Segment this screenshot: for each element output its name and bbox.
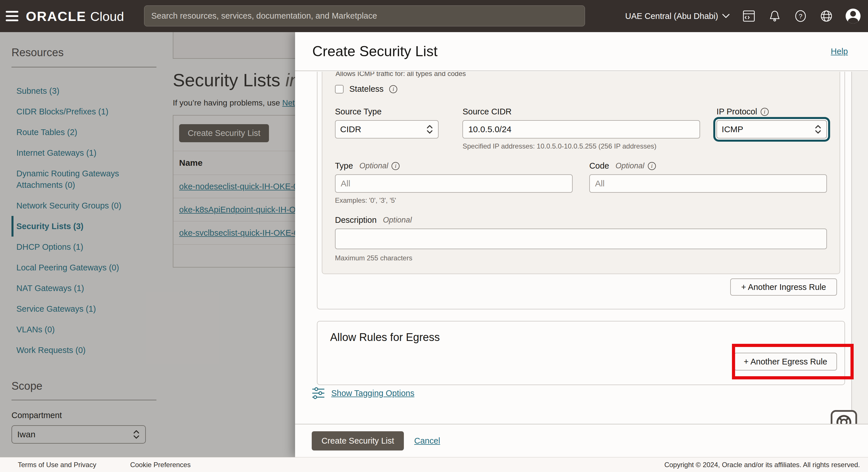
code-label: Code	[589, 161, 609, 171]
notifications-bell-icon[interactable]	[768, 9, 781, 23]
drawer-footer: Create Security List Cancel	[295, 424, 868, 457]
type-examples-text: Examples: '0', '3', '5'	[335, 196, 572, 204]
global-search-input[interactable]	[144, 5, 585, 26]
optional-tag: Optional	[615, 162, 644, 170]
info-icon[interactable]: i	[761, 108, 769, 116]
stepper-icon	[426, 124, 433, 134]
brand-cloud: Cloud	[90, 9, 124, 24]
user-avatar[interactable]	[846, 9, 861, 24]
tagging-row: Show Tagging Options	[312, 386, 414, 400]
drawer-header: Create Security List Help	[295, 32, 868, 71]
oracle-cloud-logo: ORACLE Cloud	[26, 8, 124, 24]
drawer-body: Allows ICMP traffic for: all types and c…	[295, 72, 868, 424]
cookie-preferences-link[interactable]: Cookie Preferences	[130, 461, 191, 469]
region-label: UAE Central (Abu Dhabi)	[625, 11, 718, 21]
help-link[interactable]: Help	[831, 47, 848, 56]
ingress-rules-card: Allows ICMP traffic for: all types and c…	[317, 72, 845, 309]
source-cidr-label: Source CIDR	[462, 107, 512, 116]
icmp-type-input[interactable]	[335, 174, 572, 193]
topbar: ORACLE Cloud UAE Central (Abu Dhabi)	[0, 0, 868, 32]
cancel-link[interactable]: Cancel	[414, 436, 440, 446]
drawer-title: Create Security List	[312, 43, 437, 60]
svg-text:?: ?	[799, 12, 802, 20]
source-type-select[interactable]: CIDR	[335, 120, 439, 138]
cidr-helper-text: Specified IP addresses: 10.0.5.0-10.0.5.…	[462, 142, 700, 150]
help-icon[interactable]: ?	[794, 9, 807, 23]
type-code-row: Type Optional i Examples: '0', '3', '5' …	[335, 161, 827, 204]
create-security-list-submit-button[interactable]: Create Security List	[312, 431, 404, 450]
page-footer: Terms of Use and Privacy Cookie Preferen…	[0, 457, 868, 472]
chevron-down-icon	[722, 14, 730, 19]
another-ingress-rule-button[interactable]: + Another Ingress Rule	[730, 278, 837, 296]
brand-oracle: ORACLE	[26, 8, 86, 24]
assist-widget[interactable]	[831, 410, 857, 424]
optional-tag: Optional	[360, 162, 389, 170]
copyright-text: Copyright © 2024, Oracle and/or its affi…	[664, 461, 860, 469]
tagging-options-icon	[312, 386, 325, 400]
scrollbar-track[interactable]	[851, 72, 868, 424]
icmp-code-input[interactable]	[589, 174, 827, 193]
egress-section-title: Allow Rules for Egress	[330, 331, 440, 343]
type-label: Type	[335, 161, 353, 171]
info-icon[interactable]: i	[648, 162, 656, 170]
source-cidr-input[interactable]	[462, 120, 700, 138]
annotation-highlight-box	[732, 344, 854, 379]
ip-protocol-label: IP Protocol	[716, 107, 757, 116]
ip-protocol-select[interactable]: ICMP	[716, 120, 827, 138]
stateless-checkbox[interactable]	[335, 85, 344, 94]
topbar-actions: UAE Central (Abu Dhabi)	[625, 0, 861, 32]
ingress-rule-box: Allows ICMP traffic for: all types and c…	[322, 72, 840, 274]
region-selector[interactable]: UAE Central (Abu Dhabi)	[625, 11, 730, 21]
language-globe-icon[interactable]	[820, 9, 833, 23]
optional-tag: Optional	[383, 216, 412, 225]
hamburger-menu-icon[interactable]	[0, 0, 22, 32]
stepper-icon	[814, 124, 822, 134]
description-input[interactable]	[335, 229, 827, 249]
info-icon[interactable]: i	[392, 162, 400, 170]
cloud-shell-icon[interactable]	[742, 9, 755, 23]
terms-link[interactable]: Terms of Use and Privacy	[18, 461, 96, 469]
stateless-label: Stateless	[349, 84, 383, 94]
description-label: Description	[335, 215, 377, 225]
info-icon[interactable]: i	[389, 85, 397, 93]
description-helper-text: Maximum 255 characters	[335, 254, 827, 262]
icmp-note: Allows ICMP traffic for: all types and c…	[336, 72, 466, 78]
source-type-value: CIDR	[340, 125, 361, 134]
create-security-list-drawer: Create Security List Help Allows ICMP tr…	[295, 32, 868, 457]
modal-backdrop	[0, 32, 295, 457]
show-tagging-options-link[interactable]: Show Tagging Options	[331, 389, 414, 398]
screen: ORACLE Cloud UAE Central (Abu Dhabi)	[0, 0, 868, 472]
ip-protocol-value: ICMP	[722, 125, 743, 134]
source-row: Source Type CIDR Source CIDR	[335, 107, 827, 150]
description-area: Description Optional Maximum 255 charact…	[335, 215, 827, 262]
source-type-label: Source Type	[335, 107, 381, 116]
life-ring-icon	[836, 414, 852, 424]
